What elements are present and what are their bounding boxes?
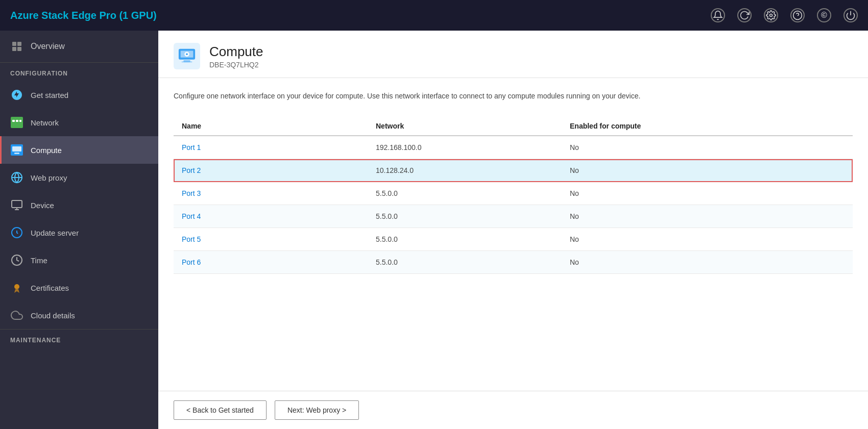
col-name: Name <box>174 117 368 136</box>
port-enabled-cell: No <box>562 182 853 205</box>
port-network-cell: 5.5.0.0 <box>368 228 562 251</box>
page-header-text: Compute DBE-3Q7LHQ2 <box>209 44 263 69</box>
main-layout: Overview CONFIGURATION Get started Netwo… <box>0 31 868 429</box>
page-header-icon <box>174 43 200 69</box>
overview-icon <box>10 40 23 53</box>
update-server-icon <box>10 226 23 239</box>
port-enabled-cell: No <box>562 159 853 182</box>
svg-rect-11 <box>19 120 21 122</box>
svg-rect-6 <box>12 47 16 51</box>
svg-rect-26 <box>182 61 192 62</box>
table-row[interactable]: Port 35.5.0.0No <box>174 182 853 205</box>
copyright-icon[interactable]: © <box>817 8 831 22</box>
refresh-icon[interactable] <box>737 8 752 22</box>
port-link[interactable]: Port 6 <box>182 258 201 266</box>
certificates-icon <box>10 281 23 294</box>
svg-rect-4 <box>12 42 16 46</box>
svg-point-0 <box>770 14 773 17</box>
svg-point-22 <box>14 284 19 289</box>
svg-rect-5 <box>17 42 21 46</box>
sidebar-item-time[interactable]: Time <box>0 246 158 274</box>
col-network: Network <box>368 117 562 136</box>
update-server-label: Update server <box>31 229 79 237</box>
topbar-icons: © <box>711 8 858 22</box>
port-enabled-cell: No <box>562 251 853 274</box>
port-link[interactable]: Port 3 <box>182 189 201 197</box>
sidebar-item-device[interactable]: Device <box>0 191 158 219</box>
svg-rect-7 <box>17 47 21 51</box>
svg-rect-17 <box>12 200 22 208</box>
sidebar-item-compute[interactable]: Compute <box>0 136 158 164</box>
sidebar-item-network[interactable]: Network <box>0 109 158 136</box>
table-row[interactable]: Port 45.5.0.0No <box>174 205 853 228</box>
port-name-cell: Port 6 <box>174 251 368 274</box>
svg-rect-14 <box>14 153 19 154</box>
svg-rect-9 <box>12 120 15 122</box>
certificates-label: Certificates <box>31 284 69 292</box>
port-link[interactable]: Port 5 <box>182 235 201 243</box>
page-content: Configure one network interface on your … <box>158 78 868 391</box>
sidebar: Overview CONFIGURATION Get started Netwo… <box>0 31 158 429</box>
back-button[interactable]: < Back to Get started <box>174 400 267 420</box>
device-label: Device <box>31 201 54 210</box>
web-proxy-label: Web proxy <box>31 173 67 182</box>
port-link[interactable]: Port 1 <box>182 143 201 152</box>
port-network-cell: 192.168.100.0 <box>368 136 562 159</box>
sidebar-item-cloud-details[interactable]: Cloud details <box>0 301 158 329</box>
sidebar-item-web-proxy[interactable]: Web proxy <box>0 164 158 191</box>
table-header: Name Network Enabled for compute <box>174 117 853 136</box>
port-enabled-cell: No <box>562 228 853 251</box>
app-title: Azure Stack Edge Pro (1 GPU) <box>10 10 157 21</box>
sidebar-item-overview[interactable]: Overview <box>0 31 158 62</box>
topbar: Azure Stack Edge Pro (1 GPU) © <box>0 0 868 31</box>
page-title: Compute <box>209 44 263 60</box>
table-row[interactable]: Port 210.128.24.0No <box>174 159 853 182</box>
table-row[interactable]: Port 1192.168.100.0No <box>174 136 853 159</box>
svg-rect-10 <box>16 120 18 122</box>
get-started-icon <box>10 88 23 102</box>
sidebar-item-get-started[interactable]: Get started <box>0 81 158 109</box>
page-footer: < Back to Get started Next: Web proxy > <box>158 391 868 429</box>
sidebar-item-certificates[interactable]: Certificates <box>0 274 158 301</box>
page-description: Configure one network interface on your … <box>174 90 786 102</box>
port-link[interactable]: Port 2 <box>182 166 201 174</box>
time-icon <box>10 254 23 267</box>
port-name-cell: Port 5 <box>174 228 368 251</box>
compute-label: Compute <box>31 146 62 155</box>
table-row[interactable]: Port 55.5.0.0No <box>174 228 853 251</box>
cloud-details-label: Cloud details <box>31 311 75 320</box>
get-started-label: Get started <box>31 91 68 99</box>
bell-icon[interactable] <box>711 8 725 22</box>
content-area: Compute DBE-3Q7LHQ2 Configure one networ… <box>158 31 868 429</box>
power-icon[interactable] <box>843 8 858 22</box>
network-icon <box>10 116 23 129</box>
col-enabled: Enabled for compute <box>562 117 853 136</box>
page-subtitle: DBE-3Q7LHQ2 <box>209 61 263 69</box>
help-icon[interactable] <box>790 8 805 22</box>
device-icon <box>10 198 23 212</box>
port-link[interactable]: Port 4 <box>182 212 201 220</box>
cloud-details-icon <box>10 309 23 322</box>
compute-icon <box>10 143 23 157</box>
port-network-cell: 5.5.0.0 <box>368 205 562 228</box>
svg-rect-8 <box>11 117 23 128</box>
compute-table: Name Network Enabled for compute Port 11… <box>174 117 853 274</box>
network-label: Network <box>31 118 59 127</box>
port-network-cell: 10.128.24.0 <box>368 159 562 182</box>
page-header: Compute DBE-3Q7LHQ2 <box>158 31 868 78</box>
port-name-cell: Port 1 <box>174 136 368 159</box>
table-header-row: Name Network Enabled for compute <box>174 117 853 136</box>
next-button[interactable]: Next: Web proxy > <box>275 400 359 420</box>
overview-label: Overview <box>31 42 65 51</box>
sidebar-item-update-server[interactable]: Update server <box>0 219 158 246</box>
table-body: Port 1192.168.100.0NoPort 210.128.24.0No… <box>174 136 853 274</box>
port-network-cell: 5.5.0.0 <box>368 182 562 205</box>
time-label: Time <box>31 256 47 265</box>
port-enabled-cell: No <box>562 136 853 159</box>
table-row[interactable]: Port 65.5.0.0No <box>174 251 853 274</box>
port-network-cell: 5.5.0.0 <box>368 251 562 274</box>
web-proxy-icon <box>10 171 23 184</box>
port-name-cell: Port 2 <box>174 159 368 182</box>
settings-icon[interactable] <box>764 8 778 22</box>
port-enabled-cell: No <box>562 205 853 228</box>
